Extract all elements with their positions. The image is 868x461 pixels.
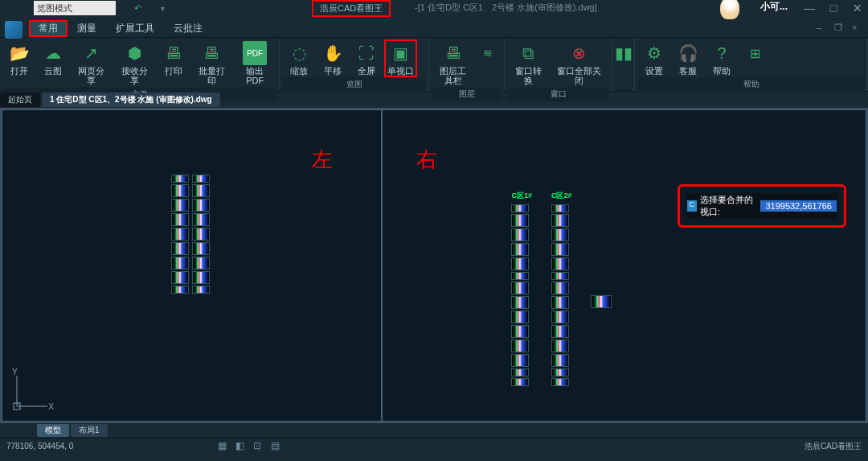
floor-block (192, 286, 210, 294)
close-button[interactable]: ✕ (850, 2, 865, 16)
floor-block (511, 378, 529, 386)
gear-icon: ⚙ (642, 41, 666, 65)
layers-icon: 🖶 (441, 41, 465, 65)
ribbon-group-layer: 🖶 图层工具栏 ≋ 图层 (429, 38, 505, 91)
window-controls: — □ ✕ (802, 2, 865, 16)
closeall-button[interactable]: ⊗ 窗口全部关闭 (551, 39, 608, 87)
question-icon: ? (710, 41, 734, 65)
left-pane-label: 左 (312, 146, 333, 174)
webshare-button[interactable]: ↗ 网页分享 (71, 39, 113, 87)
service-button[interactable]: 🎧 客服 (672, 39, 704, 77)
command-prompt[interactable]: C 选择要合并的视口: 3199532,561766 (686, 193, 837, 219)
print-button[interactable]: 🖶 打印 (158, 39, 190, 87)
prompt-input-value[interactable]: 3199532,561766 (760, 200, 837, 212)
pan-button[interactable]: ✋ 平移 (317, 39, 349, 77)
share-out-icon: ↗ (80, 41, 104, 65)
layertools-button[interactable]: 🖶 图层工具栏 (432, 39, 473, 87)
status-icon-2[interactable]: ◧ (235, 440, 248, 453)
hand-icon: ✋ (321, 41, 345, 65)
user-name[interactable]: 小可... (760, 0, 788, 14)
pdf-icon: PDF (243, 41, 267, 65)
floor-block (511, 296, 529, 309)
outpdf-button[interactable]: PDF 输出PDF (234, 39, 276, 87)
command-prompt-highlighted: C 选择要合并的视口: 3199532,561766 (678, 184, 846, 228)
tab-layout1[interactable]: 布局1 (71, 424, 108, 437)
group-label-help: 帮助 (638, 77, 864, 92)
pause-button[interactable]: ▮▮ (616, 39, 632, 88)
ribbon-group-view: ◌ 缩放 ✋ 平移 ⛶ 全屏 ▣ 单视口 览图 (280, 38, 429, 91)
floor-block (551, 354, 569, 367)
floor-block (171, 228, 189, 241)
floor-block (511, 272, 529, 280)
floor-block (551, 378, 569, 386)
right-pane-label: 右 (416, 146, 437, 174)
fullscreen-button[interactable]: ⛶ 全屏 (350, 39, 383, 77)
recvshare-button[interactable]: ⬢ 接收分享 (114, 39, 156, 87)
status-icon-3[interactable]: ⊡ (253, 440, 266, 453)
settings-button[interactable]: ⚙ 设置 (638, 39, 670, 77)
menu-extend[interactable]: 扩展工具 (106, 20, 164, 37)
maximize-button[interactable]: □ (826, 2, 841, 16)
floor-block (551, 272, 569, 280)
floor-block (192, 184, 210, 197)
avatar[interactable] (720, 0, 739, 19)
floor-block (511, 325, 529, 338)
menu-common[interactable]: 常用 (29, 20, 68, 37)
viewport-right[interactable]: 右 C区1# (382, 109, 866, 422)
sub-min-icon[interactable]: – (817, 23, 828, 34)
mode-dropdown[interactable]: 览图模式 (34, 1, 116, 15)
singleview-button[interactable]: ▣ 单视口 (384, 39, 417, 77)
ucs-icon: Y X (10, 373, 51, 413)
viewport-icon: ▣ (389, 41, 413, 65)
help-button[interactable]: ? 帮助 (706, 39, 738, 77)
zoom-button[interactable]: ◌ 缩放 (283, 39, 315, 77)
menu-bar: 常用 测量 扩展工具 云批注 (0, 19, 868, 37)
floor-block (591, 295, 612, 308)
status-icon-4[interactable]: ▤ (271, 440, 284, 453)
mode-label: 览图模式 (37, 2, 72, 14)
open-button[interactable]: 📂 打开 (3, 39, 35, 87)
floor-block (551, 228, 569, 241)
zoom-icon: ◌ (287, 41, 311, 65)
dropdown-icon[interactable]: ▼ (159, 5, 166, 13)
sub-restore-icon[interactable]: ❐ (834, 23, 845, 34)
cloud-button[interactable]: ☁ 云图 (37, 39, 69, 87)
group-label-layer: 图层 (432, 87, 501, 101)
drawing-left (171, 175, 210, 294)
layer-stack-icon: ≋ (476, 41, 500, 65)
floor-block (171, 257, 189, 270)
floor-block (192, 271, 210, 284)
floor-block (192, 228, 210, 241)
viewport-area: 左 (0, 108, 868, 423)
floor-block (171, 271, 189, 284)
close-all-icon: ⊗ (567, 41, 592, 65)
batch-printer-icon: 🖶 (199, 41, 223, 65)
menu-cloud[interactable]: 云批注 (164, 20, 212, 37)
floor-block (551, 214, 569, 227)
ribbon-group-window: ⧉ 窗口转换 ⊗ 窗口全部关闭 窗口 (505, 38, 612, 91)
group-label-window: 窗口 (508, 87, 608, 101)
window-switch-button[interactable]: ⧉ 窗口转换 (508, 39, 549, 87)
sub-close-icon[interactable]: × (852, 23, 863, 34)
layer-stack-button[interactable]: ≋ (475, 39, 501, 87)
undo-icon[interactable]: ↶ (134, 3, 141, 14)
more-button[interactable]: ⊞ (739, 39, 770, 77)
status-icon-1[interactable]: ▦ (218, 440, 231, 453)
floor-block (511, 282, 529, 294)
menu-measure[interactable]: 测量 (68, 20, 106, 37)
tab-model[interactable]: 模型 (37, 424, 69, 437)
floor-block (171, 175, 189, 183)
batchprint-button[interactable]: 🖶 批量打印 (191, 39, 233, 87)
viewport-left[interactable]: 左 (2, 109, 382, 422)
minimize-button[interactable]: — (802, 2, 817, 16)
tab-start[interactable]: 起始页 (0, 93, 40, 107)
ribbon: 📂 打开 ☁ 云图 ↗ 网页分享 ⬢ 接收分享 🖶 打印 🖶 批量打印 (0, 37, 868, 92)
floor-block (551, 282, 569, 294)
floor-block (192, 175, 210, 183)
tab-file1[interactable]: 1 住宅D型 C区1、2号楼 水施 (审图修改).dwg (42, 93, 220, 107)
floor-block (511, 257, 529, 270)
app-logo-icon[interactable] (5, 21, 23, 39)
headset-icon: 🎧 (676, 41, 700, 65)
sub-window-controls: – ❐ × (817, 23, 863, 34)
coordinates: 778106, 504454, 0 (6, 442, 73, 451)
